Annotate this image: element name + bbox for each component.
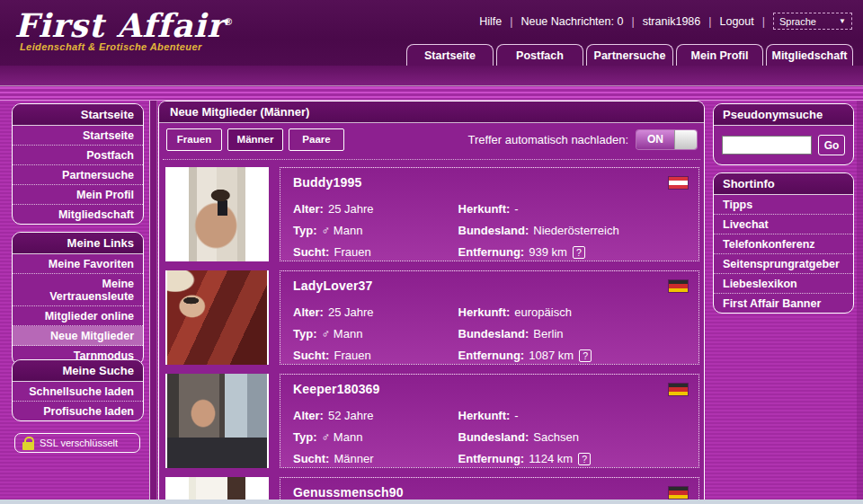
member-info[interactable]: Buddy1995 Alter:25 Jahre Herkunft:- Typ:… bbox=[280, 167, 699, 261]
new-messages-link[interactable]: Neue Nachrichten: 0 bbox=[520, 15, 623, 28]
field-value-sucht: Frauen bbox=[334, 245, 370, 259]
shortinfo-item-seitensprungratgeber[interactable]: Seitensprungratgeber bbox=[714, 254, 853, 274]
sidebar-item-schnellsuche-laden[interactable]: Schnellsuche laden bbox=[13, 382, 143, 402]
main-nav-tabs: Startseite Postfach Partnersuche Mein Pr… bbox=[406, 44, 853, 66]
language-dropdown[interactable]: Sprache ▼ bbox=[773, 13, 852, 30]
chevron-down-icon: ▼ bbox=[839, 17, 846, 25]
field-label: Alter: bbox=[293, 305, 324, 319]
shortinfo-item-liebeslexikon[interactable]: Liebeslexikon bbox=[714, 274, 853, 294]
filter-paare-button[interactable]: Paare bbox=[289, 128, 344, 151]
sidebar-item-mitglieder-online[interactable]: Mitglieder online bbox=[13, 306, 143, 326]
field-label: Typ: bbox=[293, 327, 316, 340]
field-label: Herkunft: bbox=[458, 305, 511, 319]
member-flag-icon bbox=[669, 384, 688, 395]
separator: | bbox=[510, 15, 512, 28]
member-card: Buddy1995 Alter:25 Jahre Herkunft:- Typ:… bbox=[165, 167, 699, 261]
brand-logo[interactable]: First Affair® Leidenschaft & Erotische A… bbox=[14, 4, 233, 52]
page-right-edge bbox=[857, 101, 863, 504]
sidebar-box-title: Meine Links bbox=[13, 233, 143, 254]
field-label: Typ: bbox=[293, 224, 316, 237]
field-label: Sucht: bbox=[293, 349, 329, 362]
pseudonym-search-row: Go bbox=[714, 126, 853, 164]
sidebar-item-neue-mitglieder[interactable]: Neue Mitglieder bbox=[13, 326, 143, 346]
autoload-toggle[interactable]: ON bbox=[636, 130, 697, 149]
field-value-bundesland: Niederösterreich bbox=[533, 224, 618, 237]
member-info[interactable]: LadyLover37 Alter:25 Jahre Herkunft:euro… bbox=[280, 270, 699, 365]
field-value-typ: ♂ Mann bbox=[321, 327, 362, 340]
main-panel: Neue Mitglieder (Männer) Frauen Männer P… bbox=[158, 101, 705, 504]
sidebar-item-mitgliedschaft[interactable]: Mitgliedschaft bbox=[13, 205, 143, 224]
shortinfo-item-tipps[interactable]: Tipps bbox=[714, 195, 853, 215]
field-value-entfernung: 939 km bbox=[529, 245, 567, 259]
pseudonym-search-title: Pseudonymsuche bbox=[714, 104, 853, 126]
member-username[interactable]: LadyLover37 bbox=[293, 279, 686, 293]
autoload-control: Treffer automatisch nachladen: ON bbox=[468, 130, 698, 149]
ssl-badge-label: SSL verschlüsselt bbox=[40, 438, 118, 448]
pseudonym-search-input[interactable] bbox=[722, 136, 812, 155]
member-username[interactable]: Buddy1995 bbox=[293, 175, 686, 190]
field-value-sucht: Frauen bbox=[334, 349, 370, 362]
viewport-cutoff-strip bbox=[0, 500, 863, 504]
autoload-toggle-state: ON bbox=[636, 130, 674, 149]
sidebar-item-meine-vertrauensleute[interactable]: Meine Vertrauensleute bbox=[13, 274, 143, 306]
shortinfo-title: Shortinfo bbox=[714, 173, 853, 195]
sidebar-item-profisuche-laden[interactable]: Profisuche laden bbox=[13, 402, 143, 420]
field-label: Alter: bbox=[293, 409, 324, 422]
member-photo[interactable] bbox=[165, 167, 269, 261]
field-value-alter: 52 Jahre bbox=[328, 409, 374, 422]
shortinfo-item-first-affair-banner[interactable]: First Affair Banner bbox=[714, 294, 853, 313]
shortinfo-item-telefonkonferenz[interactable]: Telefonkonferenz bbox=[714, 234, 853, 254]
field-value-typ: ♂ Mann bbox=[321, 430, 362, 444]
field-label: Herkunft: bbox=[458, 202, 511, 216]
pseudonym-search-go-button[interactable]: Go bbox=[818, 135, 845, 155]
lock-icon bbox=[22, 437, 34, 450]
sidebar-item-partnersuche[interactable]: Partnersuche bbox=[13, 165, 143, 185]
member-card: LadyLover37 Alter:25 Jahre Herkunft:euro… bbox=[165, 270, 699, 365]
logout-link[interactable]: Logout bbox=[720, 15, 754, 28]
sidebar-box-meine-suche: Meine Suche Schnellsuche laden Profisuch… bbox=[12, 359, 144, 421]
column-divider bbox=[149, 101, 157, 504]
tab-mitgliedschaft[interactable]: Mitgliedschaft bbox=[766, 44, 853, 66]
filter-maenner-button[interactable]: Männer bbox=[227, 128, 283, 151]
field-value-herkunft: - bbox=[514, 409, 518, 422]
field-value-herkunft: europäisch bbox=[514, 305, 572, 319]
member-photo-image bbox=[167, 270, 267, 365]
shortinfo-item-livechat[interactable]: Livechat bbox=[714, 215, 853, 234]
pseudonym-search-box: Pseudonymsuche Go bbox=[713, 103, 854, 165]
member-username[interactable]: Genussmensch90 bbox=[293, 485, 686, 500]
member-username[interactable]: Keeper180369 bbox=[293, 382, 686, 396]
member-fields: Alter:52 Jahre Herkunft:- Typ:♂ Mann Bun… bbox=[293, 404, 686, 469]
member-photo[interactable] bbox=[165, 374, 269, 468]
sidebar-item-mein-profil[interactable]: Mein Profil bbox=[13, 185, 143, 205]
member-fields: Alter:25 Jahre Herkunft:europäisch Typ:♂… bbox=[293, 301, 686, 366]
username-link[interactable]: stranik1986 bbox=[643, 15, 701, 28]
tab-mein-profil[interactable]: Mein Profil bbox=[676, 44, 763, 66]
sidebar-item-meine-favoriten[interactable]: Meine Favoriten bbox=[13, 254, 143, 274]
sidebar-item-startseite[interactable]: Startseite bbox=[13, 126, 143, 146]
brand-logo-text: First Affair® bbox=[14, 4, 233, 43]
field-label: Bundesland: bbox=[458, 430, 529, 444]
field-label: Bundesland: bbox=[458, 327, 529, 340]
member-photo-image bbox=[189, 167, 245, 261]
tab-partnersuche[interactable]: Partnersuche bbox=[586, 44, 673, 66]
member-fields: Alter:25 Jahre Herkunft:- Typ:♂ Mann Bun… bbox=[293, 198, 686, 262]
tab-postfach[interactable]: Postfach bbox=[496, 44, 583, 66]
field-label: Entfernung: bbox=[458, 245, 525, 259]
member-info[interactable]: Keeper180369 Alter:52 Jahre Herkunft:- T… bbox=[280, 374, 699, 468]
registered-mark-icon: ® bbox=[225, 16, 233, 27]
separator: | bbox=[631, 15, 634, 28]
distance-help-icon[interactable]: ? bbox=[578, 453, 591, 465]
field-label: Entfernung: bbox=[458, 452, 525, 465]
tab-startseite[interactable]: Startseite bbox=[406, 44, 494, 66]
member-photo[interactable] bbox=[165, 270, 269, 365]
field-label: Entfernung: bbox=[458, 349, 525, 362]
field-value-bundesland: Berlin bbox=[533, 327, 563, 340]
filter-frauen-button[interactable]: Frauen bbox=[166, 128, 222, 151]
field-label: Typ: bbox=[293, 430, 316, 444]
help-link[interactable]: Hilfe bbox=[479, 15, 502, 28]
distance-help-icon[interactable]: ? bbox=[573, 246, 585, 259]
page-title: Neue Mitglieder (Männer) bbox=[159, 102, 704, 123]
sidebar-item-postfach[interactable]: Postfach bbox=[13, 146, 143, 165]
distance-help-icon[interactable]: ? bbox=[579, 349, 592, 362]
field-label: Sucht: bbox=[293, 245, 329, 259]
